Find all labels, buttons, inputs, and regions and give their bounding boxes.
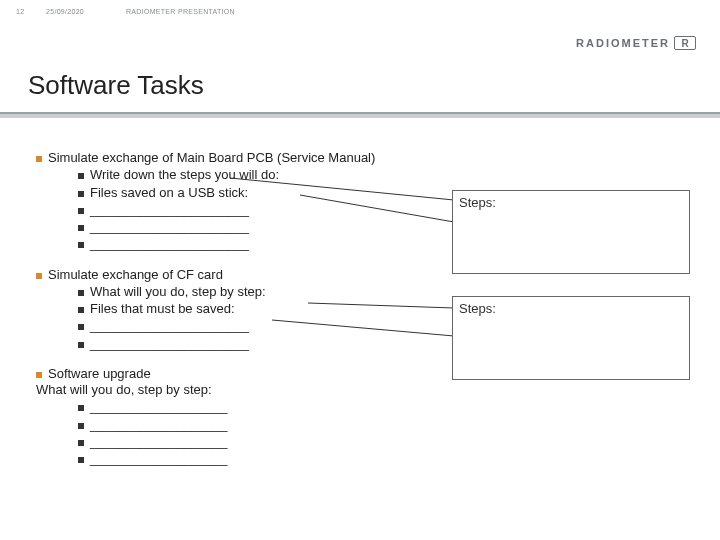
bullet-icon xyxy=(78,208,84,214)
task-heading: Simulate exchange of Main Board PCB (Ser… xyxy=(48,150,375,166)
slide-date: 25/09/2020 xyxy=(46,8,84,15)
task-heading-row: Simulate exchange of Main Board PCB (Ser… xyxy=(36,150,696,166)
blank-line: ___________________ xyxy=(90,417,227,433)
bullet-icon xyxy=(78,324,84,330)
task-sub-row: ___________________ xyxy=(78,451,696,467)
bullet-icon xyxy=(78,342,84,348)
blank-line: ______________________ xyxy=(90,336,249,352)
bullet-icon xyxy=(78,290,84,296)
task-sub-row: ___________________ xyxy=(78,399,696,415)
task-sub: What will you do, step by step: xyxy=(90,284,266,300)
bullet-icon xyxy=(78,457,84,463)
bullet-icon xyxy=(78,307,84,313)
page-number: 12 xyxy=(16,8,24,15)
steps-box: Steps: xyxy=(452,190,690,274)
task-sub: Files that must be saved: xyxy=(90,301,235,317)
bullet-icon xyxy=(78,405,84,411)
steps-label: Steps: xyxy=(459,195,496,210)
task-heading: Software upgrade xyxy=(48,366,151,382)
task-sub-row: Write down the steps you will do: xyxy=(78,167,696,183)
blank-line: ______________________ xyxy=(90,219,249,235)
bullet-icon xyxy=(36,273,42,279)
blank-line: ______________________ xyxy=(90,236,249,252)
bullet-icon xyxy=(78,242,84,248)
bullet-icon xyxy=(36,372,42,378)
blank-line: ___________________ xyxy=(90,434,227,450)
steps-box: Steps: xyxy=(452,296,690,380)
deck-title: RADIOMETER PRESENTATION xyxy=(126,8,235,15)
task-sub: Write down the steps you will do: xyxy=(90,167,279,183)
bullet-icon xyxy=(78,191,84,197)
bullet-icon xyxy=(78,173,84,179)
bullet-icon xyxy=(78,225,84,231)
task-block: Software upgrade What will you do, step … xyxy=(36,366,696,468)
brand-logo: RADIOMETER R xyxy=(576,36,696,50)
blank-line: ___________________ xyxy=(90,399,227,415)
bullet-icon xyxy=(36,156,42,162)
task-sub-row: ___________________ xyxy=(78,434,696,450)
brand-mark-icon: R xyxy=(674,36,696,50)
task-heading: Simulate exchange of CF card xyxy=(48,267,223,283)
blank-line: ______________________ xyxy=(90,202,249,218)
task-sub-row: ___________________ xyxy=(78,417,696,433)
bullet-icon xyxy=(78,440,84,446)
task-sub: Files saved on a USB stick: xyxy=(90,185,248,201)
task-continuation: What will you do, step by step: xyxy=(36,382,696,398)
blank-line: ______________________ xyxy=(90,318,249,334)
bullet-icon xyxy=(78,423,84,429)
page-title: Software Tasks xyxy=(28,70,204,101)
steps-label: Steps: xyxy=(459,301,496,316)
brand-name: RADIOMETER xyxy=(576,37,670,49)
slide-header: 12 25/09/2020 RADIOMETER PRESENTATION xyxy=(16,8,704,18)
title-rule xyxy=(0,112,720,118)
blank-line: ___________________ xyxy=(90,451,227,467)
